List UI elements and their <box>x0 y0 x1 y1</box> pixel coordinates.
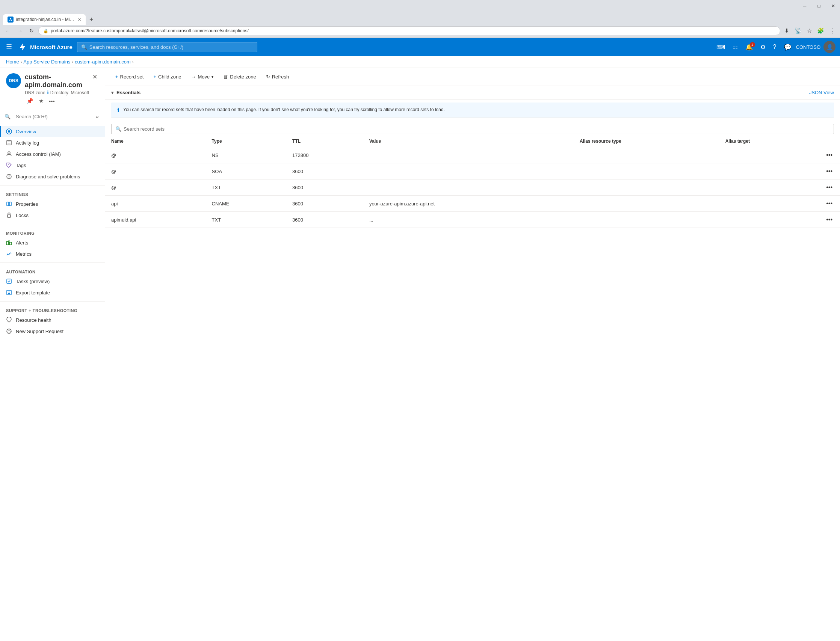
row-menu-button[interactable]: ••• <box>825 183 834 192</box>
back-button[interactable]: ← <box>3 27 13 35</box>
tags-icon <box>6 162 12 168</box>
bookmark-icon[interactable]: ☆ <box>805 26 814 35</box>
json-view-link[interactable]: JSON View <box>809 90 834 95</box>
tasks-icon <box>6 278 12 284</box>
delete-zone-button[interactable]: 🗑 Delete zone <box>219 72 260 82</box>
record-ttl: 3600 <box>286 212 363 228</box>
access-control-icon <box>6 151 12 157</box>
sidebar-item-label-resource-health: Resource health <box>16 317 52 323</box>
search-nav-icon: 🔍 <box>5 114 11 119</box>
azure-header: ☰ Microsoft Azure 🔍 Search resources, se… <box>0 38 840 56</box>
settings-button[interactable]: ⚙ <box>757 41 769 53</box>
more-options-button[interactable]: ••• <box>47 97 56 105</box>
favorite-button[interactable]: ★ <box>37 97 45 105</box>
azure-logo-icon <box>18 42 27 52</box>
refresh-button[interactable]: ↻ Refresh <box>262 72 293 82</box>
sidebar-item-export-template[interactable]: Export template <box>0 287 105 298</box>
global-search-box[interactable]: 🔍 Search resources, services, and docs (… <box>77 42 257 52</box>
main-layout: DNS custom-apim.domain.com DNS zone ℹ Di… <box>0 68 840 641</box>
activity-log-icon <box>6 140 12 146</box>
row-menu-button[interactable]: ••• <box>825 151 834 159</box>
sidebar-item-locks[interactable]: Locks <box>0 209 105 221</box>
locks-icon <box>6 212 12 218</box>
azure-logo: Microsoft Azure <box>18 42 73 52</box>
sidebar-item-label-diagnose: Diagnose and solve problems <box>16 174 80 179</box>
sidebar: DNS custom-apim.domain.com DNS zone ℹ Di… <box>0 68 105 641</box>
row-menu-button[interactable]: ••• <box>825 216 834 224</box>
section-title-settings: Settings <box>0 188 105 198</box>
record-alias-target <box>719 179 819 196</box>
sidebar-item-label-properties: Properties <box>16 201 38 207</box>
user-avatar[interactable]: 👤 <box>824 41 835 53</box>
close-resource-button[interactable]: ✕ <box>92 73 97 81</box>
download-icon[interactable]: ⬇ <box>782 26 791 35</box>
sidebar-item-access-control[interactable]: Access control (IAM) <box>0 148 105 159</box>
minimize-button[interactable]: ─ <box>798 0 811 12</box>
table-row: @ TXT 3600 ••• <box>105 179 840 196</box>
breadcrumb-app-service-domains[interactable]: App Service Domains <box>23 59 70 64</box>
tab-title: integration-ninjas.co.in - Micros <box>16 17 76 22</box>
record-alias-target <box>719 147 819 163</box>
add-record-set-button[interactable]: + Record set <box>111 72 148 82</box>
notifications-button[interactable]: 🔔 1 <box>742 41 756 53</box>
portal-settings-button[interactable]: ⚏ <box>730 41 741 53</box>
close-button[interactable]: ✕ <box>827 0 840 12</box>
row-menu-button[interactable]: ••• <box>825 200 834 208</box>
breadcrumb-current[interactable]: custom-apim.domain.com <box>75 59 131 64</box>
sidebar-item-overview[interactable]: Overview <box>0 126 105 137</box>
reload-button[interactable]: ↻ <box>27 27 36 35</box>
pin-button[interactable]: 📌 <box>25 97 35 105</box>
add-child-zone-icon: + <box>153 74 156 80</box>
sidebar-item-new-support-request[interactable]: New Support Request <box>0 325 105 337</box>
row-menu-button[interactable]: ••• <box>825 167 834 176</box>
metrics-icon <box>6 251 12 257</box>
browser-menu-icon[interactable]: ⋮ <box>828 26 837 35</box>
sidebar-item-resource-health[interactable]: Resource health <box>0 314 105 325</box>
info-banner-icon: ℹ <box>117 107 119 114</box>
extensions-icon[interactable]: 🧩 <box>815 26 826 35</box>
hamburger-menu-button[interactable]: ☰ <box>5 41 13 53</box>
record-type: TXT <box>206 212 286 228</box>
sidebar-item-label-overview: Overview <box>16 129 36 134</box>
new-tab-button[interactable]: + <box>87 16 96 24</box>
essentials-collapse-icon[interactable]: ▾ <box>111 90 113 95</box>
add-child-zone-button[interactable]: + Child zone <box>149 72 185 82</box>
lock-icon: 🔒 <box>43 29 48 34</box>
svg-point-5 <box>8 152 10 154</box>
record-row-actions: ••• <box>819 147 840 163</box>
record-ttl: 3600 <box>286 179 363 196</box>
alerts-icon <box>6 240 12 246</box>
help-button[interactable]: ? <box>770 41 780 53</box>
sidebar-item-metrics[interactable]: Metrics <box>0 248 105 259</box>
sidebar-item-alerts[interactable]: Alerts <box>0 237 105 248</box>
forward-button[interactable]: → <box>15 27 25 35</box>
sidebar-item-tasks[interactable]: Tasks (preview) <box>0 275 105 287</box>
record-row-actions: ••• <box>819 212 840 228</box>
collapse-sidebar-button[interactable]: « <box>94 113 100 121</box>
address-bar[interactable]: 🔒 portal.azure.com/?feature.customportal… <box>38 26 780 35</box>
tab-close-icon[interactable]: ✕ <box>78 17 81 22</box>
record-name: api <box>105 196 206 212</box>
feedback-button[interactable]: 💬 <box>781 41 795 53</box>
sidebar-item-properties[interactable]: Properties <box>0 198 105 209</box>
sidebar-item-label-export-template: Export template <box>16 290 50 296</box>
sidebar-item-diagnose[interactable]: Diagnose and solve problems <box>0 171 105 182</box>
active-tab[interactable]: A integration-ninjas.co.in - Micros ✕ <box>3 14 85 25</box>
title-bar: ─ □ ✕ <box>0 0 840 12</box>
cast-icon[interactable]: 📡 <box>793 26 804 35</box>
overview-icon <box>6 129 12 134</box>
move-button[interactable]: → Move ▾ <box>187 72 218 82</box>
nav-section-settings: Settings Properties Locks <box>0 187 105 222</box>
sidebar-item-tags[interactable]: Tags <box>0 159 105 171</box>
record-value <box>363 163 574 179</box>
resource-actions: 📌 ★ ••• <box>25 97 99 105</box>
cloud-shell-button[interactable]: ⌨ <box>713 41 728 53</box>
toolbar: + Record set + Child zone → Move ▾ 🗑 Del… <box>105 68 840 86</box>
breadcrumb-home[interactable]: Home <box>6 59 19 64</box>
record-alias-target <box>719 163 819 179</box>
sidebar-item-activity-log[interactable]: Activity log <box>0 137 105 148</box>
sidebar-search-input[interactable] <box>13 112 92 121</box>
search-records-input[interactable] <box>124 126 830 132</box>
user-section: CONTOSO 👤 <box>796 41 836 53</box>
maximize-button[interactable]: □ <box>812 0 826 12</box>
